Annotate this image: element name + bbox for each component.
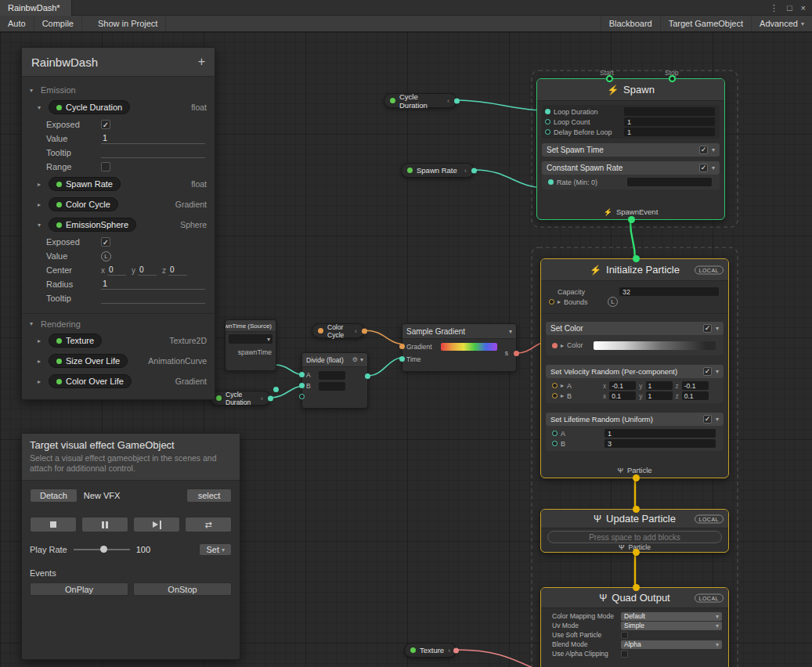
loop-duration-port[interactable] [545,109,550,114]
spawntime-output-port[interactable] [273,387,279,392]
loop-count-port[interactable] [545,119,550,124]
rate-field[interactable] [627,178,712,186]
chevron-down-icon[interactable]: ▾ [712,164,715,171]
local-space-icon[interactable]: L [101,251,111,261]
chevron-right-icon[interactable]: ▸ [558,298,561,305]
param-node-cycle-duration-1[interactable]: Cycle Duration ‹ [384,93,457,108]
window-close-icon[interactable]: × [801,3,806,13]
param-row-spawn-rate[interactable]: ▸ Spawn Rate float [22,174,215,194]
compile-button[interactable]: Compile [34,16,82,31]
use-alpha-clipping-checkbox[interactable] [621,651,628,658]
show-in-project-button[interactable]: Show in Project [90,16,166,31]
velocity-a-x-field[interactable]: -0.1 [609,381,636,390]
set-spawn-time-block[interactable]: Set Spawn Time ✓ ▾ [542,143,720,157]
blend-mode-dropdown[interactable]: Alpha▾ [621,640,722,649]
chevron-down-icon[interactable]: ▾ [30,320,38,327]
center-x-field[interactable]: 0 [107,265,126,276]
velocity-b-port[interactable] [552,393,558,398]
gear-icon[interactable]: ⚙ [352,356,358,363]
divide-output-port[interactable] [365,373,370,379]
set-color-block[interactable]: Set Color ✓ ▾ ▸ Color [546,322,724,355]
velocity-a-port[interactable] [552,383,558,388]
spawn-node[interactable]: Start Stop ⚡ Spawn Loop Duration Loop Co… [536,78,725,220]
quad-input-port[interactable] [633,584,640,591]
update-output-port[interactable] [633,549,640,556]
color-mapping-mode-dropdown[interactable]: Default▾ [621,612,722,621]
set-spawn-time-enabled-checkbox[interactable]: ✓ [699,146,708,154]
velocity-b-z-field[interactable]: 0.1 [682,391,709,400]
sphere-exposed-checkbox[interactable]: ✓ [101,237,110,247]
bounds-port[interactable] [549,299,554,305]
divide-b-field[interactable] [319,382,345,391]
param-row-color-over-life[interactable]: ▸ Color Over Life Gradient [22,371,215,391]
spawntime-operator-node[interactable]: spawnTime (Source) ▾ spawnTime [225,319,276,371]
param-row-color-cycle[interactable]: ▸ Color Cycle Gradient [22,194,215,215]
step-button[interactable] [133,517,180,532]
blackboard-toggle-button[interactable]: Blackboard [601,16,660,31]
param-node-cycle-duration-2[interactable]: Cycle Duration ‹ [210,391,271,406]
radius-field[interactable]: 1 [101,279,205,290]
pause-button[interactable] [81,517,128,532]
lifetime-b-field[interactable]: 3 [604,439,716,448]
capacity-field[interactable]: 32 [619,287,719,296]
spawnevent-output-port[interactable] [628,216,635,223]
collapse-icon[interactable]: ‹ [261,395,263,402]
local-space-icon[interactable]: L [608,297,618,307]
divide-b-port[interactable] [299,383,305,388]
color-port[interactable] [552,343,558,348]
slider-knob[interactable] [100,546,107,553]
collapse-icon[interactable]: ‹ [355,327,357,335]
range-checkbox[interactable] [101,162,110,171]
initialize-particle-node[interactable]: ⚡ Initialize Particle LOCAL Capacity 32 … [540,258,729,478]
set-velocity-enabled-checkbox[interactable]: ✓ [703,367,712,376]
chevron-down-icon[interactable]: ▾ [38,222,45,229]
auto-button[interactable]: Auto [0,16,34,31]
target-gameobject-toggle-button[interactable]: Target GameObject [660,16,751,31]
chevron-down-icon[interactable]: ▾ [712,146,715,153]
chevron-down-icon[interactable]: ▾ [38,104,45,111]
chevron-down-icon[interactable]: ▾ [360,356,363,363]
loop-count-field[interactable]: 1 [624,117,715,126]
delay-before-loop-port[interactable] [545,129,550,135]
attribute-location-dropdown[interactable]: ▾ [229,334,272,344]
param-row-texture[interactable]: ▸ Texture Texture2D [22,330,215,351]
color-cycle-output-port[interactable] [362,328,367,334]
collapse-icon[interactable]: ‹ [448,647,450,654]
window-maximize-icon[interactable]: □ [787,3,792,13]
divide-a-port[interactable] [299,372,305,377]
update-particle-node[interactable]: Ψ Update Particle LOCAL Press space to a… [540,509,729,553]
chevron-down-icon[interactable]: ▾ [716,325,719,332]
tab-rainbwdash[interactable]: RainbwDash* [0,0,72,16]
spawn-rate-output-port[interactable] [471,168,477,173]
update-input-port[interactable] [633,506,640,513]
chevron-right-icon[interactable]: ▸ [38,337,45,344]
divide-a-field[interactable] [319,371,345,380]
param-node-color-cycle[interactable]: Color Cycle ‹ [312,323,365,338]
category-emission[interactable]: ▾ Emission [22,83,215,97]
chevron-down-icon[interactable]: ▾ [716,368,719,375]
cycle-duration-2-output-port[interactable] [268,395,273,401]
window-menu-icon[interactable]: ⋮ [770,3,778,13]
onplay-button[interactable]: OnPlay [30,582,128,596]
set-rate-dropdown-button[interactable]: Set▾ [199,543,232,556]
stop-button[interactable] [30,517,77,532]
rate-port[interactable] [548,179,554,185]
chevron-right-icon[interactable]: ▸ [561,342,564,349]
collapse-icon[interactable]: ‹ [464,167,467,175]
loop-duration-field[interactable] [624,107,715,116]
set-lifetime-random-block[interactable]: Set Lifetime Random (Uniform) ✓ ▾ A 1 B … [546,413,724,451]
onstop-button[interactable]: OnStop [133,582,232,596]
time-input-port[interactable] [399,356,405,362]
texture-output-port[interactable] [453,647,459,653]
sample-gradient-node[interactable]: Sample Gradient ▾ Gradient Time s [402,323,517,372]
chevron-right-icon[interactable]: ▸ [38,201,45,208]
velocity-b-y-field[interactable]: 1 [646,391,673,400]
play-rate-slider[interactable] [74,549,130,550]
uv-mode-dropdown[interactable]: Simple▾ [621,622,722,630]
advanced-dropdown-button[interactable]: Advanced▾ [751,16,812,31]
center-y-field[interactable]: 0 [138,265,157,276]
initialize-input-port[interactable] [633,255,640,262]
chevron-right-icon[interactable]: ▸ [38,358,45,365]
use-soft-particle-checkbox[interactable] [621,632,628,639]
value-field[interactable]: 1 [101,133,205,144]
